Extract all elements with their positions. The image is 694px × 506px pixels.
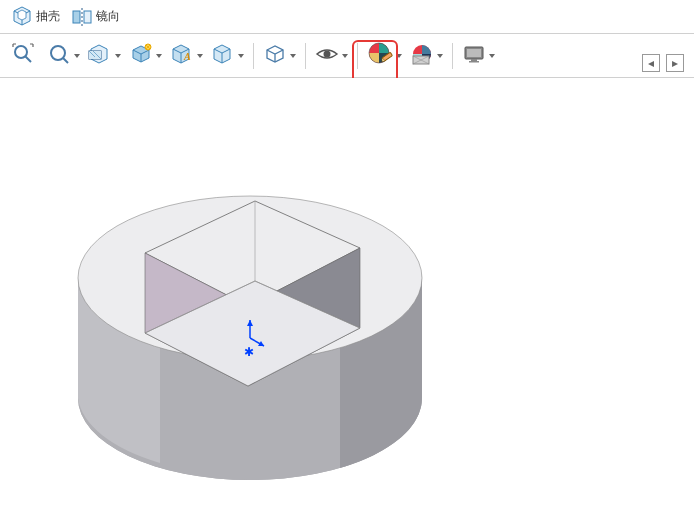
view-visibility-button[interactable] [314,39,349,73]
zoom-area-button[interactable] [46,39,81,73]
svg-rect-23 [469,61,479,63]
svg-rect-1 [84,11,91,23]
chevron-left-icon: ◂ [648,56,654,70]
dropdown-icon[interactable] [155,51,163,61]
shell-label: 抽壳 [36,8,60,25]
draft-quality-button[interactable]: A [169,39,204,73]
view-orientation-button[interactable] [128,39,163,73]
dropdown-icon[interactable] [395,51,403,61]
monitor-icon [461,41,487,70]
dropdown-icon[interactable] [289,51,297,61]
svg-text:A: A [183,51,191,62]
model-render: ✱ [0,78,694,506]
shell-icon [10,5,34,29]
toolbar-nav: ◂ ▸ [642,54,684,72]
dropdown-icon[interactable] [237,51,245,61]
eye-icon [314,41,340,70]
graphics-viewport[interactable]: ✱ [0,78,694,506]
svg-point-12 [324,51,331,58]
dropdown-icon[interactable] [114,51,122,61]
scene-button[interactable] [409,39,444,73]
toolbar-next-button[interactable]: ▸ [666,54,684,72]
dropdown-icon[interactable] [341,51,349,61]
section-view-icon [87,41,113,70]
edit-appearance-button[interactable] [366,39,403,73]
toolbar-prev-button[interactable]: ◂ [642,54,660,72]
feature-toolbar: 抽壳 镜向 [0,0,694,34]
dropdown-icon[interactable] [73,51,81,61]
svg-rect-22 [471,59,477,61]
mirror-label: 镜向 [96,8,120,25]
dropdown-icon[interactable] [488,51,496,61]
zoom-area-icon [46,41,72,70]
separator [357,43,358,69]
svg-rect-0 [73,11,80,23]
monitor-button[interactable] [461,39,496,73]
wireframe-cube-icon [262,41,288,70]
svg-point-5 [51,46,65,60]
scene-icon [409,41,435,70]
view-toolbar: A [0,34,694,78]
separator [305,43,306,69]
zoom-fit-button[interactable] [6,39,40,73]
dropdown-icon[interactable] [436,51,444,61]
svg-rect-21 [467,49,481,57]
zoom-fit-icon [10,41,36,70]
edit-appearance-icon [366,40,394,71]
separator [253,43,254,69]
shell-button[interactable]: 抽壳 [6,3,64,31]
dropdown-icon[interactable] [196,51,204,61]
wireframe-cube-button[interactable] [262,39,297,73]
svg-text:✱: ✱ [244,345,254,359]
mirror-icon [70,5,94,29]
view-orientation-icon [128,41,154,70]
svg-line-4 [25,56,31,62]
mirror-button[interactable]: 镜向 [66,3,124,31]
chevron-right-icon: ▸ [672,56,678,70]
separator [452,43,453,69]
svg-line-6 [63,58,68,63]
display-style-button[interactable] [210,39,245,73]
section-view-button[interactable] [87,39,122,73]
draft-quality-icon: A [169,41,195,70]
display-style-icon [210,41,236,70]
